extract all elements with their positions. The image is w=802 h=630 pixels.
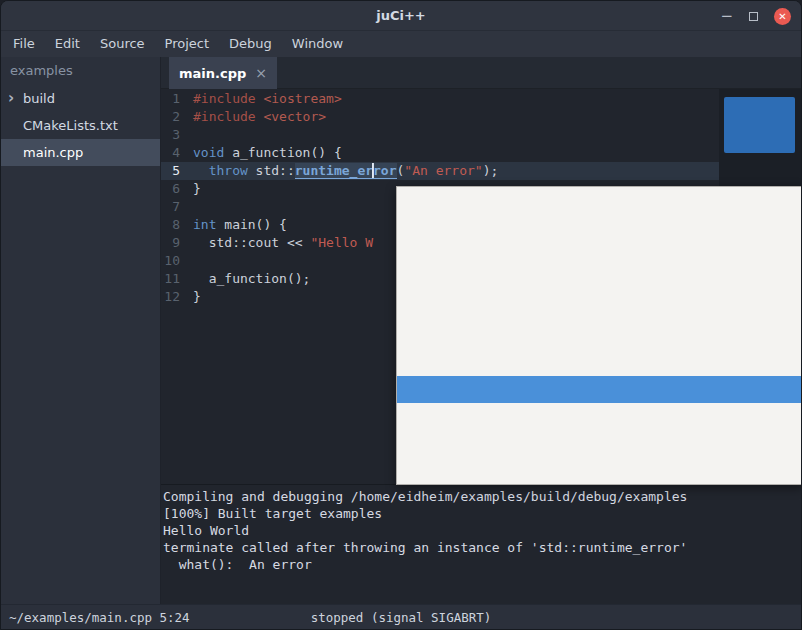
backtrace-item[interactable]: libstdc++.so.6:eh_throw.cc:93 - __cxxabi… <box>397 349 802 376</box>
line-number: 9 <box>161 234 187 252</box>
code-line[interactable]: 3 <box>161 126 801 144</box>
tree-item-build[interactable]: › build <box>1 85 160 112</box>
code-token: throw <box>209 163 248 178</box>
code-token: } <box>193 289 201 304</box>
tree-item-main-cpp[interactable]: main.cpp <box>1 139 160 166</box>
window-title: juCi++ <box>376 8 426 23</box>
line-number: 8 <box>161 216 187 234</box>
code-token: main() { <box>216 217 286 232</box>
code-token: ); <box>483 163 499 178</box>
debug-status: stopped (signal SIGABRT) <box>1 610 801 625</box>
tree-item-label: CMakeLists.txt <box>23 118 118 133</box>
code-token: runtime_er <box>295 163 373 179</box>
code-token <box>193 163 209 178</box>
line-number: 10 <box>161 252 187 270</box>
code-token: std::cout << <box>193 235 310 250</box>
backtrace-item[interactable]: examples:main.cpp:11 - main <box>397 403 802 430</box>
title-bar[interactable]: juCi++ − ✕ <box>1 1 801 31</box>
backtrace-item[interactable]: libstdc++.so.6:eh_terminate.cc:47 - __cx… <box>397 295 802 322</box>
folder-chevron-icon[interactable]: › <box>8 85 14 112</box>
code-token: a_function(); <box>193 271 310 286</box>
backtrace-item[interactable]: libc.so.6 - __GI_raise <box>397 214 802 241</box>
code-line[interactable]: 4 void a_function() { <box>161 144 801 162</box>
line-number: 7 <box>161 198 187 216</box>
code-line[interactable]: 1 #include <iostream> <box>161 90 801 108</box>
editor-column: main.cpp × 1 #include <iostream> 2 #incl… <box>161 57 801 604</box>
code-token: "An error" <box>404 163 482 178</box>
line-number: 3 <box>161 126 187 144</box>
menu-bar: File Edit Source Project Debug Window <box>1 31 801 57</box>
app-window: juCi++ − ✕ File Edit Source Project Debu… <box>0 0 802 630</box>
backtrace-item[interactable]: libc.so.6 - __libc_start_main <box>397 430 802 457</box>
minimize-icon[interactable]: − <box>720 9 733 24</box>
overlay-selection-block <box>724 97 795 153</box>
menu-project[interactable]: Project <box>155 31 219 57</box>
project-name: examples <box>1 57 160 85</box>
menu-window[interactable]: Window <box>282 31 353 57</box>
terminal-panel[interactable]: Compiling and debugging /home/eidheim/ex… <box>161 484 801 604</box>
code-token: void <box>193 145 224 160</box>
close-icon[interactable]: ✕ <box>774 8 791 25</box>
code-token: <vector> <box>263 109 326 124</box>
backtrace-popup: libc.so.6 - __GI_raise libc.so.6 - __GI_… <box>396 186 802 485</box>
tab-close-icon[interactable]: × <box>255 65 267 81</box>
code-token: "Hello W <box>310 235 373 250</box>
terminal-line: Hello World <box>163 522 801 539</box>
tree-item-label: main.cpp <box>23 145 83 160</box>
status-bar: stopped (signal SIGABRT) ~/examples/main… <box>1 604 801 629</box>
backtrace-item[interactable]: libstdc++.so.6:eh_terminate.cc:57 - std:… <box>397 322 802 349</box>
tree-item-cmakelists[interactable]: CMakeLists.txt <box>1 112 160 139</box>
tree-item-label: build <box>23 91 55 106</box>
line-number: 5 <box>161 162 187 180</box>
tab-label: main.cpp <box>179 66 246 81</box>
code-token: int <box>193 217 216 232</box>
menu-debug[interactable]: Debug <box>219 31 282 57</box>
code-line[interactable]: 2 #include <vector> <box>161 108 801 126</box>
window-controls: − ✕ <box>720 1 791 31</box>
line-number: 1 <box>161 90 187 108</box>
code-token: a_function() { <box>224 145 341 160</box>
menu-source[interactable]: Source <box>90 31 155 57</box>
line-number: 12 <box>161 288 187 306</box>
tab-bar: main.cpp × <box>161 57 801 89</box>
menu-edit[interactable]: Edit <box>45 31 90 57</box>
code-line-current[interactable]: 5 throw std::runtime_error("An error"); <box>161 162 801 180</box>
line-number: 4 <box>161 144 187 162</box>
terminal-line: Compiling and debugging /home/eidheim/ex… <box>163 488 801 505</box>
line-number: 6 <box>161 180 187 198</box>
line-number: 2 <box>161 108 187 126</box>
menu-file[interactable]: File <box>3 31 45 57</box>
terminal-line: what(): An error <box>163 556 801 573</box>
code-token: ror <box>373 163 396 179</box>
code-token: std:: <box>248 163 295 178</box>
file-tree-panel: examples › build CMakeLists.txt main.cpp <box>1 57 161 604</box>
code-token: } <box>193 181 201 196</box>
restore-icon[interactable] <box>749 12 758 21</box>
terminal-line: terminate called after throwing an insta… <box>163 539 801 556</box>
backtrace-item[interactable]: libc.so.6 - __GI_abort <box>397 241 802 268</box>
tab-main-cpp[interactable]: main.cpp × <box>169 57 277 89</box>
code-token: #include <box>193 91 256 106</box>
overlay-panel <box>719 89 801 186</box>
line-number: 11 <box>161 270 187 288</box>
backtrace-item[interactable]: libstdc++.so.6:vterminate.cc:95 - __gnu_… <box>397 268 802 295</box>
terminal-line: [100%] Built target examples <box>163 505 801 522</box>
code-token: <iostream> <box>263 91 341 106</box>
code-token: #include <box>193 109 256 124</box>
backtrace-item-selected[interactable]: examples:main.cpp:5 - a_function() <box>397 376 802 403</box>
backtrace-item[interactable]: examples - _start <box>397 457 802 484</box>
